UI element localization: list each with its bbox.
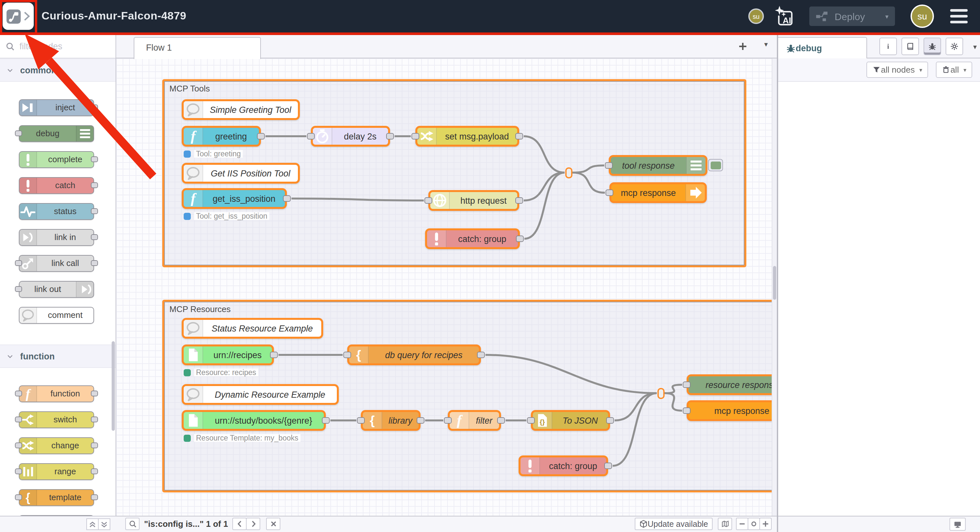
flow-canvas[interactable]: MCP ToolsMCP ResourcesSimple Greeting To… xyxy=(116,59,772,516)
tab-flow-1[interactable]: Flow 1 xyxy=(134,37,261,59)
flow-node-catch1[interactable]: catch: group xyxy=(425,229,520,249)
palette-node-function[interactable]: ffunction xyxy=(19,385,94,402)
deploy-caret-icon[interactable]: ▾ xyxy=(885,13,888,20)
palette-section-common[interactable]: common xyxy=(0,59,116,82)
node-output-port[interactable] xyxy=(606,417,614,424)
node-input-port[interactable] xyxy=(307,133,315,140)
node-input-port[interactable] xyxy=(15,494,22,500)
wire[interactable] xyxy=(524,136,565,173)
flow-node-c3[interactable]: Status Resource Example xyxy=(182,318,323,339)
debug-clear-button[interactable]: all ▾ xyxy=(936,62,972,78)
node-output-port[interactable] xyxy=(516,235,524,242)
palette-node-template[interactable]: {template xyxy=(19,489,94,506)
flow-node-c4[interactable]: Dynamic Resource Example xyxy=(182,384,339,405)
sidebar-menu-caret[interactable]: ▾ xyxy=(973,43,977,51)
node-output-port[interactable] xyxy=(417,417,425,424)
zoom-in-button[interactable] xyxy=(759,518,772,530)
search-next-button[interactable] xyxy=(246,518,261,530)
zoom-reset-button[interactable] xyxy=(748,518,760,530)
flow-node-set1[interactable]: set msg.payload xyxy=(415,126,519,147)
node-output-port[interactable] xyxy=(91,494,98,500)
node-input-port[interactable] xyxy=(357,417,365,424)
node-input-port[interactable] xyxy=(605,162,612,169)
node-input-port[interactable] xyxy=(412,133,419,140)
flow-node-books[interactable]: urn://study/books/{genre} xyxy=(182,410,326,431)
flow-node-c2[interactable]: Get IIS Position Tool xyxy=(182,163,300,184)
node-output-port[interactable] xyxy=(91,443,98,448)
expand-all-categories-button[interactable] xyxy=(98,518,110,530)
palette-node-link-in[interactable]: link in xyxy=(19,229,94,246)
node-output-port[interactable] xyxy=(386,133,394,140)
node-input-port[interactable] xyxy=(15,260,22,266)
node-input-port[interactable] xyxy=(527,417,535,424)
palette-section-function[interactable]: function xyxy=(0,345,116,368)
config-tab-button[interactable] xyxy=(946,38,963,55)
sidebar-splitter[interactable] xyxy=(777,35,778,532)
tab-debug[interactable]: debug xyxy=(778,37,867,59)
flow-node-c1[interactable]: Simple Greeting Tool xyxy=(182,99,300,120)
node-output-port[interactable] xyxy=(322,417,330,424)
node-output-port[interactable] xyxy=(91,416,98,422)
palette-node-range[interactable]: range xyxy=(19,463,94,480)
node-input-port[interactable] xyxy=(343,352,351,358)
node-output-port[interactable] xyxy=(515,197,523,204)
node-output-port[interactable] xyxy=(91,260,98,266)
zoom-out-button[interactable] xyxy=(736,518,748,530)
node-output-port[interactable] xyxy=(91,208,98,214)
node-output-port[interactable] xyxy=(497,417,505,424)
flow-node-mcp_resp2[interactable]: mcp response xyxy=(687,400,772,421)
node-output-port[interactable] xyxy=(270,352,278,358)
node-input-port[interactable] xyxy=(444,417,452,424)
wire[interactable] xyxy=(291,199,424,200)
palette-node-inject[interactable]: inject xyxy=(19,99,94,116)
wire[interactable] xyxy=(524,173,565,239)
user-avatar[interactable]: su xyxy=(910,5,934,28)
deploy-button[interactable]: Deploy ▾ xyxy=(809,6,895,26)
collapse-all-categories-button[interactable] xyxy=(86,518,99,530)
node-input-port[interactable] xyxy=(15,443,22,448)
debug-enable-toggle[interactable] xyxy=(708,159,723,171)
node-output-port[interactable] xyxy=(91,234,98,240)
wire[interactable] xyxy=(485,355,657,393)
node-input-port[interactable] xyxy=(683,381,690,388)
search-close-button[interactable] xyxy=(266,518,281,530)
palette-node-change[interactable]: change xyxy=(19,437,94,454)
flow-node-http1[interactable]: http request xyxy=(428,190,519,211)
node-output-port[interactable] xyxy=(604,462,612,469)
help-tab-button[interactable] xyxy=(902,38,919,55)
node-output-port[interactable] xyxy=(91,182,98,188)
add-flow-button[interactable] xyxy=(737,41,748,52)
palette-node-switch[interactable]: switch xyxy=(19,411,94,428)
palette-node-link-out[interactable]: link out xyxy=(19,281,94,298)
node-output-port[interactable] xyxy=(91,468,98,474)
node-output-port[interactable] xyxy=(91,156,98,162)
node-input-port[interactable] xyxy=(15,468,22,474)
node-output-port[interactable] xyxy=(283,195,291,202)
flow-node-lib1[interactable]: {library xyxy=(361,410,420,431)
wire[interactable] xyxy=(612,393,657,466)
flow-list-caret[interactable]: ▾ xyxy=(764,40,768,49)
wire[interactable] xyxy=(615,393,657,421)
node-input-port[interactable] xyxy=(15,391,22,396)
palette-node-debug[interactable]: debug xyxy=(19,125,94,142)
palette-list[interactable]: commoninjectdebugcompletecatchstatuslink… xyxy=(0,59,116,516)
palette-node-catch[interactable]: catch xyxy=(19,177,94,194)
node-output-port[interactable] xyxy=(515,133,523,140)
canvas-search-button[interactable] xyxy=(125,518,140,530)
palette-search[interactable]: filter nodes xyxy=(0,35,116,59)
flow-node-res_resp[interactable]: resource response xyxy=(687,374,772,395)
palette-node-complete[interactable]: complete xyxy=(19,151,94,168)
main-menu-button[interactable] xyxy=(950,8,968,24)
flow-node-filter1[interactable]: ffilter xyxy=(448,410,501,431)
info-tab-button[interactable]: i xyxy=(880,38,897,55)
navigator-button[interactable] xyxy=(718,518,732,530)
ai-assistant-button[interactable]: AI xyxy=(773,5,796,27)
wire-junction[interactable] xyxy=(657,387,664,399)
wire[interactable] xyxy=(524,173,565,200)
palette-node-comment[interactable]: comment xyxy=(19,307,94,324)
node-output-port[interactable] xyxy=(91,391,98,396)
wire-junction[interactable] xyxy=(565,167,572,178)
sidebar-toggle-button[interactable] xyxy=(3,3,34,30)
palette-scrollbar[interactable] xyxy=(111,341,115,431)
scrollbar-thumb[interactable] xyxy=(773,266,776,300)
